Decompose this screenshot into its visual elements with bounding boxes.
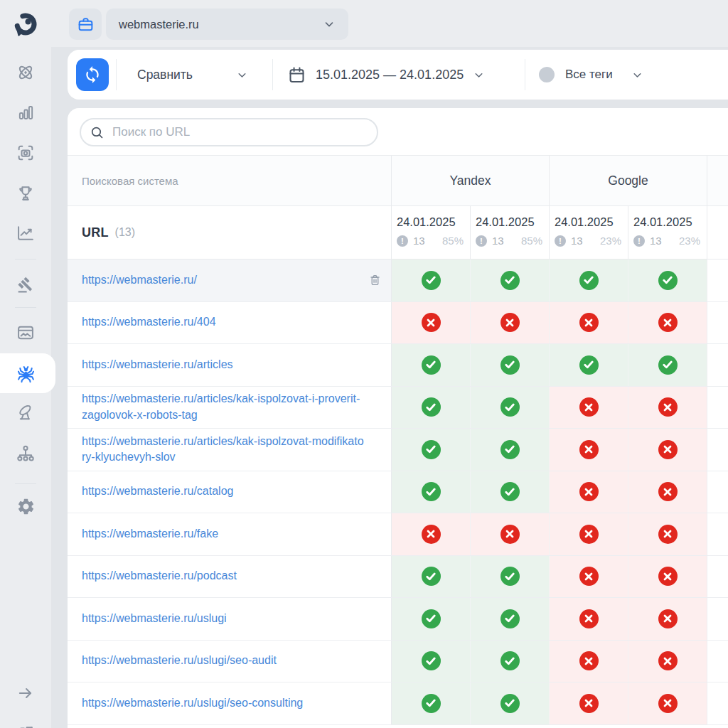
sidebar-item-radar[interactable] <box>0 393 51 432</box>
url-link[interactable]: https://webmasterie.ru/ <box>82 272 197 289</box>
url-link[interactable]: https://webmasterie.ru/fake <box>82 526 218 542</box>
status-cell[interactable] <box>391 302 470 344</box>
status-cell[interactable] <box>470 598 549 640</box>
sidebar-collapse-button[interactable] <box>0 674 51 712</box>
status-cell[interactable] <box>628 259 707 301</box>
sidebar-item-competitors[interactable] <box>0 174 51 213</box>
sidebar-item-summary[interactable] <box>0 214 51 252</box>
date-column-header[interactable]: 24.01.2025!1323% <box>549 206 628 259</box>
status-cell[interactable] <box>391 513 470 555</box>
logo-icon <box>10 9 41 41</box>
url-link[interactable]: https://webmasterie.ru/articles <box>82 357 233 373</box>
status-cell[interactable] <box>628 387 707 429</box>
status-cell[interactable] <box>391 641 470 682</box>
url-link[interactable]: https://webmasterie.ru/uslugi/seo-audit <box>82 653 277 669</box>
status-cell[interactable] <box>628 556 707 598</box>
url-link[interactable]: https://webmasterie.ru/articles/kak-ispo… <box>82 391 365 423</box>
url-link[interactable]: https://webmasterie.ru/podcast <box>82 568 237 584</box>
status-cell[interactable] <box>549 344 628 386</box>
delete-url-button[interactable] <box>368 274 382 287</box>
status-cell[interactable] <box>628 513 707 555</box>
status-cell[interactable] <box>628 302 707 344</box>
url-link[interactable]: https://webmasterie.ru/catalog <box>82 483 233 500</box>
status-cell[interactable] <box>391 682 470 724</box>
date-range-button[interactable]: 15.01.2025 — 24.01.2025 <box>287 50 485 100</box>
status-cell[interactable] <box>470 259 549 301</box>
date-column-header[interactable]: 24.01.2025!1323% <box>628 206 707 259</box>
sidebar-external-link[interactable] <box>0 714 51 728</box>
check-icon <box>500 694 520 713</box>
status-cell[interactable] <box>549 471 628 513</box>
compare-button[interactable]: Сравнить <box>130 50 252 100</box>
cross-icon <box>579 609 599 628</box>
tags-filter-button[interactable]: Все теги <box>539 50 643 100</box>
sidebar-item-sitemap[interactable] <box>0 434 51 473</box>
sidebar-item-settings[interactable] <box>0 487 51 525</box>
status-cell[interactable] <box>391 429 470 471</box>
status-cell[interactable] <box>549 302 628 344</box>
status-cell[interactable] <box>628 641 707 682</box>
status-cell[interactable] <box>628 598 707 640</box>
table-row: https://webmasterie.ru/articles <box>68 344 728 387</box>
sidebar-divider <box>15 483 36 484</box>
sidebar-item-projects[interactable] <box>0 53 51 92</box>
url-link[interactable]: https://webmasterie.ru/404 <box>82 314 216 331</box>
sidebar-item-snapshots[interactable] <box>0 134 51 172</box>
check-icon <box>579 355 599 375</box>
date-column-header[interactable]: 24.01.2025!1385% <box>391 206 470 259</box>
sidebar-item-ads[interactable] <box>0 314 51 352</box>
status-cell[interactable] <box>470 387 549 429</box>
status-cell[interactable] <box>391 471 470 513</box>
status-cell[interactable] <box>549 556 628 598</box>
status-cell[interactable] <box>470 641 549 682</box>
refresh-button[interactable] <box>76 58 109 91</box>
status-cell[interactable] <box>391 387 470 429</box>
status-cell[interactable] <box>391 556 470 598</box>
status-cell[interactable] <box>470 344 549 386</box>
url-link[interactable]: https://webmasterie.ru/uslugi/seo-consul… <box>82 695 303 712</box>
check-icon <box>500 355 520 375</box>
project-dropdown[interactable]: webmasterie.ru <box>106 9 348 40</box>
sync-icon <box>83 65 102 84</box>
status-cell[interactable] <box>549 513 628 555</box>
check-icon <box>579 271 599 290</box>
status-cell[interactable] <box>549 598 628 640</box>
cross-icon <box>658 651 678 670</box>
status-cell[interactable] <box>549 429 628 471</box>
status-cell[interactable] <box>391 598 470 640</box>
column-percent: 85% <box>442 235 465 247</box>
status-cell[interactable] <box>549 682 628 724</box>
project-briefcase-tile[interactable] <box>69 9 102 40</box>
calendar-icon <box>287 65 306 85</box>
column-count: 13 <box>650 235 662 247</box>
status-cell[interactable] <box>549 641 628 682</box>
status-cell[interactable] <box>628 344 707 386</box>
status-cell[interactable] <box>628 682 707 724</box>
url-link[interactable]: https://webmasterie.ru/articles/kak-ispo… <box>82 434 365 466</box>
row-spacer <box>707 641 728 682</box>
url-cell: https://webmasterie.ru/404 <box>68 302 391 344</box>
status-cell[interactable] <box>549 259 628 301</box>
url-cell: https://webmasterie.ru/articles/kak-ispo… <box>68 429 391 471</box>
status-cell[interactable] <box>549 387 628 429</box>
status-cell[interactable] <box>628 429 707 471</box>
status-cell[interactable] <box>628 471 707 513</box>
status-cell[interactable] <box>391 259 470 301</box>
url-link[interactable]: https://webmasterie.ru/uslugi <box>82 611 227 627</box>
search-input[interactable] <box>111 124 368 140</box>
check-icon <box>500 397 520 417</box>
sidebar-item-auction[interactable] <box>0 265 51 304</box>
sidebar-item-positions[interactable] <box>0 93 51 132</box>
sidebar-divider <box>15 259 36 259</box>
status-cell[interactable] <box>470 471 549 513</box>
date-column-header[interactable]: 24.01.2025!1385% <box>470 206 549 259</box>
sidebar-item-indexing[interactable] <box>0 354 51 392</box>
status-cell[interactable] <box>470 302 549 344</box>
app-logo[interactable] <box>10 9 41 41</box>
status-cell[interactable] <box>470 556 549 598</box>
status-cell[interactable] <box>470 429 549 471</box>
status-cell[interactable] <box>470 513 549 555</box>
status-cell[interactable] <box>470 682 549 724</box>
cross-icon <box>422 313 441 332</box>
status-cell[interactable] <box>391 344 470 386</box>
